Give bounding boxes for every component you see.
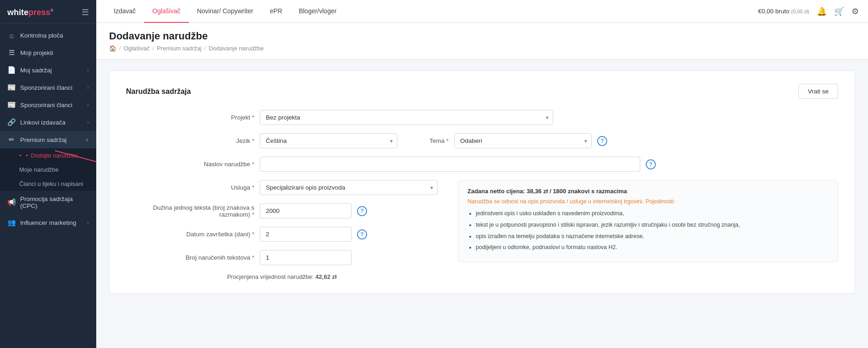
breadcrumb: 🏠 / Oglašivač / Premium sadržaj / Dodava… <box>109 45 855 52</box>
info-bullet-3: opis izrađen na temelju podataka s nazna… <box>476 232 829 241</box>
sidebar-sub-item-wrapper: • Dodajte narudžbu <box>0 148 96 163</box>
sidebar-item-moj-sadrzaj[interactable]: 📄 Moj sadržaj › <box>0 61 96 79</box>
sub-item-label: Dodajte narudžbu <box>31 152 78 159</box>
sidebar-item-promocija[interactable]: 📢 Promocija sadržaja (CPC) <box>0 191 96 214</box>
breadcrumb-oglasivac[interactable]: Oglašivač <box>124 45 150 52</box>
sidebar-sub-item-moje-narudzbe[interactable]: Moje narudžbe <box>0 163 96 177</box>
form-row-language-topic: Jezik * Čeština ▾ Tema * Odaberi ▾ <box>126 133 838 148</box>
topic-select[interactable]: Odaberi <box>454 133 592 148</box>
links-icon: 🔗 <box>7 118 16 126</box>
breadcrumb-home[interactable]: 🏠 <box>109 45 116 52</box>
topnav-right: €0,00 bruto (0,00 zł) 🔔 🛒 ⚙ <box>758 6 859 16</box>
chevron-right-icon: › <box>87 85 89 90</box>
logo-reg: ® <box>50 8 54 13</box>
form-estimated: Procjenjena vrijednost narudžbe: 42,62 z… <box>126 273 438 280</box>
sidebar-item-sponzorirani-1[interactable]: 📰 Sponzorirani članci › <box>0 79 96 96</box>
chevron-right-icon: › <box>87 220 89 225</box>
logo: whitepress® ☰ <box>0 0 96 23</box>
home-icon: ⌂ <box>7 32 16 39</box>
sub-item-label: Članci u tijeku i napisani <box>19 180 83 187</box>
main-area: Izdavač Oglašivač Novinar/ Copywriter eP… <box>96 0 868 348</box>
tab-bloger[interactable]: Bloger/vloger <box>291 0 345 23</box>
premium-icon: ✏ <box>7 136 16 144</box>
info-bullet-2: tekst je u potpunosti pravopisno i stils… <box>476 221 829 229</box>
order-card: Narudžba sadržaja Vrati se Projekt * Bez… <box>109 71 855 294</box>
length-help-icon[interactable]: ? <box>357 206 367 216</box>
logo-press: press <box>28 8 50 17</box>
service-label: Usluga * <box>126 184 254 191</box>
sidebar-item-moji-projekti[interactable]: ☰ Moji projekti <box>0 44 96 61</box>
topic-select-wrapper: Odaberi ▾ <box>454 133 592 148</box>
sidebar-item-label: Moji projekti <box>20 49 53 56</box>
sidebar-item-influencer[interactable]: 👥 Influencer marketing › <box>0 214 96 231</box>
sidebar-item-label: Influencer marketing <box>20 219 76 226</box>
project-label: Projekt * <box>126 114 254 121</box>
order-title-input[interactable] <box>260 157 640 172</box>
form-row-count: Broj naručenih tekstova * <box>126 250 438 265</box>
sidebar-item-label: Premium sadržaj <box>20 136 66 143</box>
info-bullets: jedinstveni opis i usko usklađen s naved… <box>467 209 829 252</box>
chevron-down-icon: ∨ <box>85 137 89 143</box>
articles2-icon: 📰 <box>7 101 16 109</box>
length-input[interactable] <box>260 203 352 218</box>
sidebar-item-premium-sadrzaj[interactable]: ✏ Premium sadržaj ∨ <box>0 131 96 148</box>
form-row-project: Projekt * Bez projekta ▾ <box>126 110 838 125</box>
cart-icon[interactable]: 🛒 <box>834 6 844 16</box>
breadcrumb-premium[interactable]: Premium sadržaj <box>157 45 202 52</box>
language-select-wrapper: Čeština ▾ <box>260 133 397 148</box>
service-select[interactable]: Specijalizirani opis proizvoda <box>260 180 438 195</box>
content-icon: 📄 <box>7 66 16 74</box>
sidebar-item-label: Moj sadržaj <box>20 67 52 74</box>
sidebar-item-kontrolna-ploca[interactable]: ⌂ Kontrolna ploča <box>0 27 96 44</box>
settings-icon[interactable]: ⚙ <box>852 6 859 16</box>
articles-icon: 📰 <box>7 83 16 92</box>
logo-white: white <box>7 8 28 17</box>
hamburger-icon[interactable]: ☰ <box>82 7 89 17</box>
estimated-label: Procjenjena vrijednost narudžbe: <box>227 273 313 280</box>
language-select[interactable]: Čeština <box>260 133 397 148</box>
project-select[interactable]: Bez projekta <box>260 110 553 125</box>
sidebar: whitepress® ☰ ⌂ Kontrolna ploča ☰ Moji p… <box>0 0 96 348</box>
deadline-help-icon[interactable]: ? <box>357 229 367 239</box>
page-title: Dodavanje narudžbe <box>109 30 855 42</box>
price-display: €0,00 bruto (0,00 zł) <box>758 8 809 15</box>
info-bullet-4: podijeljeni u odlomke, podnaslovi u form… <box>476 243 829 252</box>
language-label: Jezik * <box>126 137 254 144</box>
topic-help-icon[interactable]: ? <box>597 136 607 146</box>
sidebar-item-sponzorirani-2[interactable]: 📰 Sponzorirani članci › <box>0 96 96 114</box>
form-row-service: Usluga * Specijalizirani opis proizvoda … <box>126 180 438 195</box>
influencer-icon: 👥 <box>7 218 16 227</box>
promotion-icon: 📢 <box>7 198 16 207</box>
info-price-line: Zadana netto cijena: 38,36 zł / 1800 zna… <box>467 188 829 195</box>
project-select-wrapper: Bez projekta ▾ <box>260 110 553 125</box>
sidebar-sub-item-dodajte-narudzbu[interactable]: • Dodajte narudžbu <box>0 148 96 163</box>
sidebar-item-label: Linkovi izdavača <box>20 119 66 126</box>
sidebar-item-linkovi-izdavaca[interactable]: 🔗 Linkovi izdavača › <box>0 114 96 131</box>
bell-icon[interactable]: 🔔 <box>817 6 827 16</box>
tab-oglasivac[interactable]: Oglašivač <box>144 0 188 23</box>
count-input[interactable] <box>260 250 352 265</box>
tab-izdavac[interactable]: Izdavač <box>105 0 144 23</box>
service-form-col: Usluga * Specijalizirani opis proizvoda … <box>126 180 438 280</box>
sidebar-sub-item-clanci-u-tijeku[interactable]: Članci u tijeku i napisani <box>0 177 96 191</box>
title-help-icon[interactable]: ? <box>646 159 656 169</box>
chevron-right-icon: › <box>87 102 89 108</box>
sub-item-label: Moje narudžbe <box>19 166 59 173</box>
info-box: Zadana netto cijena: 38,36 zł / 1800 zna… <box>458 180 838 262</box>
service-info-row: Usluga * Specijalizirani opis proizvoda … <box>126 180 838 280</box>
top-nav: Izdavač Oglašivač Novinar/ Copywriter eP… <box>96 0 868 23</box>
count-label: Broj naručenih tekstova * <box>126 254 254 261</box>
tab-novinar[interactable]: Novinar/ Copywriter <box>189 0 262 23</box>
sidebar-item-label: Sponzorirani članci <box>20 84 72 91</box>
chevron-right-icon: › <box>87 67 89 73</box>
tab-epr[interactable]: ePR <box>262 0 291 23</box>
bullet-icon: • <box>26 152 28 159</box>
chevron-right-icon: › <box>87 120 89 125</box>
deadline-input[interactable] <box>260 227 352 242</box>
card-header: Narudžba sadržaja Vrati se <box>126 84 838 99</box>
deadline-label: Datum završetka (dani) * <box>126 231 254 238</box>
nav-tabs: Izdavač Oglašivač Novinar/ Copywriter eP… <box>105 0 758 23</box>
back-button[interactable]: Vrati se <box>798 84 838 99</box>
sidebar-nav: ⌂ Kontrolna ploča ☰ Moji projekti 📄 Moj … <box>0 23 96 348</box>
order-title-label: Naslov narudžbe * <box>126 161 254 168</box>
